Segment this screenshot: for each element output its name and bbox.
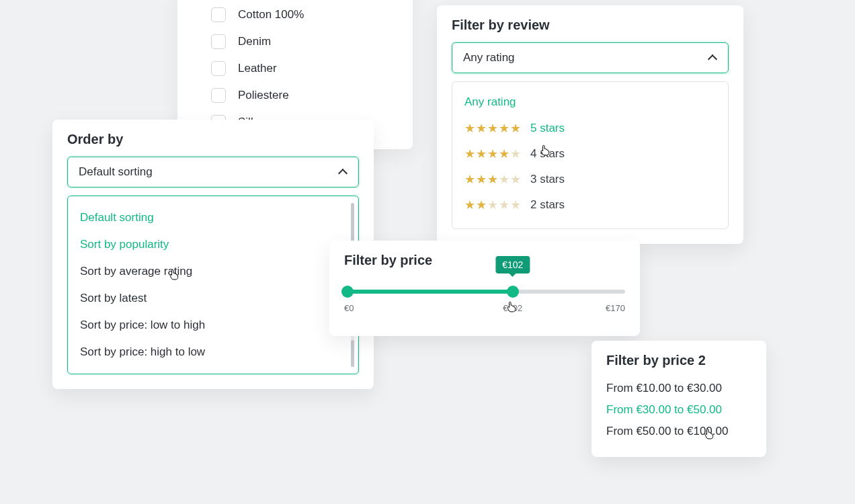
material-label: Leather (238, 62, 277, 75)
price-tooltip: €102 (495, 256, 530, 274)
rating-option-5[interactable]: ★★★★★ 5 stars (462, 116, 719, 141)
rating-option-3[interactable]: ★★★★★ 3 stars (462, 167, 719, 192)
chevron-up-icon (338, 167, 348, 177)
checkbox[interactable] (211, 34, 226, 49)
order-by-dropdown: Default sorting Sort by popularity Sort … (67, 196, 359, 374)
filter-review-card: Filter by review Any rating Any rating ★… (437, 5, 743, 244)
price2-option[interactable]: From €10.00 to €30.00 (606, 378, 751, 399)
order-by-title: Order by (67, 132, 359, 147)
filter-price2-card: Filter by price 2 From €10.00 to €30.00 … (592, 341, 766, 457)
order-option-latest[interactable]: Sort by latest (73, 285, 353, 312)
stars-icon: ★★★★★ (464, 148, 521, 160)
price-current-label: €102 (503, 303, 522, 313)
order-option-rating[interactable]: Sort by average rating (73, 258, 353, 285)
material-label: Cotton 100% (238, 8, 304, 22)
order-option-price-desc[interactable]: Sort by price: high to low (73, 339, 353, 366)
filter-price2-title: Filter by price 2 (606, 353, 751, 368)
stars-icon: ★★★★★ (464, 173, 521, 185)
filter-price-card: Filter by price €102 €102 €0 €170 (329, 241, 640, 336)
review-selected: Any rating (463, 51, 515, 65)
rating-option-any[interactable]: Any rating (462, 93, 719, 116)
chevron-up-icon (708, 53, 717, 62)
price-slider-handle-min[interactable] (341, 286, 354, 298)
filter-review-title: Filter by review (452, 17, 729, 33)
order-option-popularity[interactable]: Sort by popularity (73, 231, 353, 258)
price2-option[interactable]: From €30.00 to €50.00 (606, 399, 751, 421)
rating-label: 2 stars (530, 198, 565, 212)
price-slider-handle-max[interactable]: €102 (507, 286, 519, 298)
price-max-label: €170 (606, 303, 625, 313)
price-slider-track[interactable]: €102 €102 (344, 290, 625, 294)
material-label: Poliestere (238, 89, 289, 102)
material-row[interactable]: Leather (211, 55, 393, 82)
price-slider-labels: €0 €170 (344, 303, 625, 313)
review-dropdown: Any rating ★★★★★ 5 stars ★★★★★ 4 stars ★… (452, 81, 729, 229)
rating-option-4[interactable]: ★★★★★ 4 stars (462, 141, 719, 167)
price2-option[interactable]: From €50.00 to €100.00 (606, 421, 751, 442)
rating-label: 4 stars (530, 147, 565, 161)
material-row[interactable]: Denim (211, 28, 393, 55)
order-by-card: Order by Default sorting Default sorting… (52, 120, 374, 389)
checkbox[interactable] (211, 7, 226, 22)
checkbox[interactable] (211, 88, 226, 103)
material-row[interactable]: Cotton 100% (211, 1, 393, 28)
material-label: Denim (238, 35, 271, 48)
stars-icon: ★★★★★ (464, 199, 521, 211)
rating-label: 3 stars (530, 173, 565, 186)
order-by-selected: Default sorting (79, 165, 153, 179)
order-option-price-asc[interactable]: Sort by price: low to high (73, 312, 353, 339)
review-select[interactable]: Any rating (452, 42, 729, 73)
scrollbar-thumb[interactable] (351, 340, 354, 367)
filter-price-title: Filter by price (344, 253, 625, 268)
stars-icon: ★★★★★ (464, 122, 521, 134)
price-min-label: €0 (344, 303, 354, 313)
material-row[interactable]: Poliestere (211, 82, 393, 109)
order-option-default[interactable]: Default sorting (73, 204, 353, 231)
checkbox[interactable] (211, 61, 226, 76)
rating-option-2[interactable]: ★★★★★ 2 stars (462, 192, 719, 218)
order-by-select[interactable]: Default sorting (67, 157, 359, 187)
price-slider-fill (344, 290, 513, 294)
rating-label: 5 stars (530, 122, 565, 135)
